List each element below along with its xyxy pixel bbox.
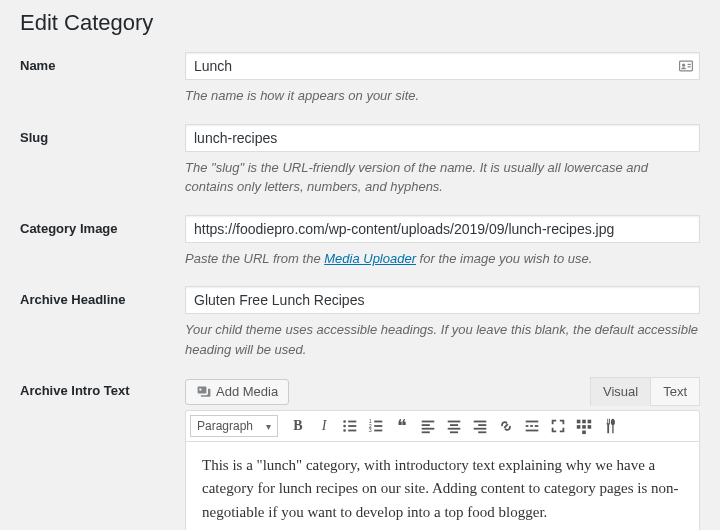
svg-rect-35 <box>588 420 592 424</box>
svg-point-4 <box>343 420 346 423</box>
svg-rect-17 <box>422 424 430 426</box>
editor-content[interactable]: This is a "lunch" category, with introdu… <box>185 442 700 530</box>
fullscreen-button[interactable] <box>546 414 570 438</box>
archive-intro-label: Archive Intro Text <box>20 377 185 398</box>
slug-description: The "slug" is the URL-friendly version o… <box>185 158 700 197</box>
italic-button[interactable]: I <box>312 414 336 438</box>
category-image-label: Category Image <box>20 215 185 236</box>
page-title: Edit Category <box>20 10 700 36</box>
svg-rect-7 <box>348 425 356 427</box>
name-description: The name is how it appears on your site. <box>185 86 700 106</box>
link-button[interactable] <box>494 414 518 438</box>
svg-rect-30 <box>530 425 533 427</box>
svg-point-6 <box>343 425 346 428</box>
svg-rect-23 <box>450 431 458 433</box>
slug-label: Slug <box>20 124 185 145</box>
align-center-button[interactable] <box>442 414 466 438</box>
svg-rect-33 <box>577 420 581 424</box>
svg-point-1 <box>682 64 685 67</box>
svg-rect-27 <box>478 431 486 433</box>
svg-rect-37 <box>582 425 586 429</box>
archive-headline-label: Archive Headline <box>20 286 185 307</box>
svg-rect-16 <box>422 421 435 423</box>
slug-input[interactable] <box>185 124 700 152</box>
format-select[interactable]: Paragraph <box>190 415 278 437</box>
svg-rect-20 <box>448 421 461 423</box>
svg-rect-24 <box>474 421 487 423</box>
svg-rect-21 <box>450 424 458 426</box>
bold-button[interactable]: B <box>286 414 310 438</box>
svg-rect-36 <box>577 425 581 429</box>
category-image-input[interactable] <box>185 215 700 243</box>
svg-rect-13 <box>374 425 382 427</box>
name-input[interactable] <box>185 52 700 80</box>
svg-rect-31 <box>535 425 539 427</box>
numbered-list-button[interactable]: 123 <box>364 414 388 438</box>
svg-rect-28 <box>526 421 539 423</box>
toolbar-toggle-button[interactable] <box>572 414 596 438</box>
align-right-button[interactable] <box>468 414 492 438</box>
svg-rect-11 <box>374 421 382 423</box>
media-uploader-link[interactable]: Media Uploader <box>324 251 416 266</box>
svg-rect-38 <box>588 425 592 429</box>
svg-rect-39 <box>582 431 586 435</box>
tab-visual[interactable]: Visual <box>590 377 651 406</box>
tab-text[interactable]: Text <box>651 377 700 406</box>
name-label: Name <box>20 52 185 73</box>
svg-point-8 <box>343 429 346 432</box>
svg-rect-18 <box>422 428 435 430</box>
editor-toolbar: Paragraph B I 123 ❝ <box>185 410 700 442</box>
add-media-button[interactable]: Add Media <box>185 379 289 405</box>
svg-rect-19 <box>422 431 430 433</box>
svg-rect-25 <box>478 424 486 426</box>
blockquote-button[interactable]: ❝ <box>390 414 414 438</box>
utensils-icon[interactable] <box>598 414 622 438</box>
read-more-button[interactable] <box>520 414 544 438</box>
svg-text:3: 3 <box>369 427 372 433</box>
svg-rect-34 <box>582 420 586 424</box>
bullet-list-button[interactable] <box>338 414 362 438</box>
archive-headline-description: Your child theme uses accessible heading… <box>185 320 700 359</box>
svg-rect-29 <box>526 425 529 427</box>
category-image-description: Paste the URL from the Media Uploader fo… <box>185 249 700 269</box>
media-icon <box>196 384 212 400</box>
svg-rect-32 <box>526 430 539 432</box>
svg-rect-9 <box>348 430 356 432</box>
archive-headline-input[interactable] <box>185 286 700 314</box>
svg-rect-22 <box>448 428 461 430</box>
align-left-button[interactable] <box>416 414 440 438</box>
svg-rect-0 <box>680 61 693 71</box>
svg-rect-26 <box>474 428 487 430</box>
svg-rect-5 <box>348 421 356 423</box>
svg-rect-15 <box>374 430 382 432</box>
contact-card-icon <box>678 58 694 74</box>
